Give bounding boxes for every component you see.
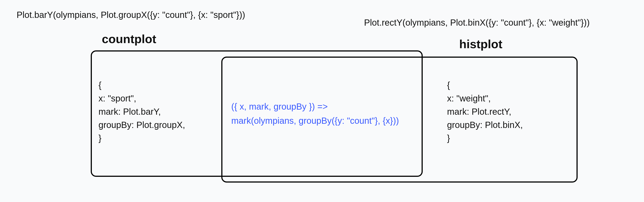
caption-left: Plot.barY(olympians, Plot.groupX({y: "co… xyxy=(16,10,245,20)
center-code-block: ({ x, mark, groupBy }) => mark(olympians… xyxy=(231,99,399,128)
right-config-l1: x: "weight", xyxy=(447,92,523,105)
center-code-l1: ({ x, mark, groupBy }) => xyxy=(231,99,399,114)
right-config-block: { x: "weight", mark: Plot.rectY, groupBy… xyxy=(447,78,523,145)
left-config-close: } xyxy=(98,132,185,145)
right-config-close: } xyxy=(447,132,523,145)
left-config-block: { x: "sport", mark: Plot.barY, groupBy: … xyxy=(98,78,185,145)
right-config-open: { xyxy=(447,78,523,92)
caption-right: Plot.rectY(olympians, Plot.binX({y: "cou… xyxy=(364,18,590,28)
left-config-l3: groupBy: Plot.groupX, xyxy=(98,118,185,132)
right-config-l2: mark: Plot.rectY, xyxy=(447,105,523,118)
center-code-l2: mark(olympians, groupBy({y: "count"}, {x… xyxy=(231,114,399,128)
right-config-l3: groupBy: Plot.binX, xyxy=(447,118,523,132)
diagram-stage: Plot.barY(olympians, Plot.groupX({y: "co… xyxy=(0,0,644,202)
title-histplot: histplot xyxy=(459,37,502,51)
left-config-l2: mark: Plot.barY, xyxy=(98,105,185,118)
title-countplot: countplot xyxy=(102,32,156,46)
left-config-open: { xyxy=(98,78,185,92)
left-config-l1: x: "sport", xyxy=(98,92,185,105)
